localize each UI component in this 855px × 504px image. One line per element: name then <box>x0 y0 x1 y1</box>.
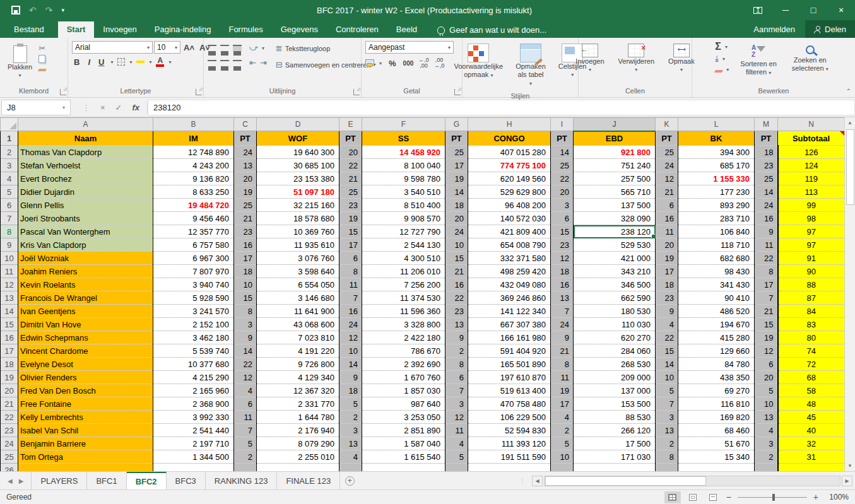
cell-L9[interactable]: 118 710 <box>678 238 755 252</box>
cell-B24[interactable]: 2 197 710 <box>153 437 234 450</box>
cell-B16[interactable]: 3 462 180 <box>153 331 234 344</box>
cell-B20[interactable]: 2 165 960 <box>153 384 234 397</box>
cell-B18[interactable]: 10 377 680 <box>153 358 234 371</box>
cell-C24[interactable]: 5 <box>234 437 257 450</box>
cell-F2[interactable]: 14 458 920 <box>362 146 445 159</box>
cell-K9[interactable]: 20 <box>656 238 678 252</box>
cell-F7[interactable]: 9 908 570 <box>362 212 445 225</box>
cell-G14[interactable]: 23 <box>445 305 468 318</box>
cell-M15[interactable]: 15 <box>755 318 778 331</box>
cell-F14[interactable]: 11 596 360 <box>362 305 445 318</box>
scroll-left-icon[interactable]: ◀ <box>532 476 543 486</box>
column-header-A[interactable]: A <box>18 118 153 131</box>
cell-N19[interactable]: 68 <box>778 371 845 384</box>
share-button[interactable]: Delen <box>805 20 855 38</box>
comma-style-button[interactable]: 000 <box>403 60 414 67</box>
cell-I6[interactable]: 3 <box>551 199 574 212</box>
cell-M21[interactable]: 10 <box>755 397 778 411</box>
cell-A6[interactable]: Glenn Pellis <box>18 199 153 212</box>
cell-C25[interactable]: 2 <box>234 450 257 464</box>
cell-G25[interactable]: 5 <box>445 450 468 464</box>
cell-N22[interactable]: 45 <box>778 411 845 424</box>
vertical-scrollbar[interactable]: ▲ ▼ <box>844 117 855 471</box>
cell-I22[interactable]: 4 <box>551 411 574 424</box>
cell-F10[interactable]: 4 300 510 <box>362 252 445 265</box>
cell-J18[interactable]: 268 530 <box>574 358 656 371</box>
cell-K26[interactable] <box>656 464 678 472</box>
row-header-10[interactable]: 10 <box>1 252 18 265</box>
cell-C4[interactable]: 20 <box>234 172 257 185</box>
cell-K22[interactable]: 3 <box>656 411 678 424</box>
cell-M23[interactable]: 4 <box>755 424 778 437</box>
cell-D10[interactable]: 3 076 760 <box>257 252 339 265</box>
cell-J26[interactable] <box>574 464 656 472</box>
cell-D7[interactable]: 18 578 680 <box>257 212 339 225</box>
cell-H25[interactable]: 191 511 590 <box>468 450 551 464</box>
scroll-right-icon[interactable]: ▶ <box>842 476 852 486</box>
row-header-18[interactable]: 18 <box>1 358 18 371</box>
table-header-pt-M[interactable]: PT <box>755 131 778 146</box>
cell-D8[interactable]: 10 369 760 <box>257 225 339 238</box>
zoom-out-button[interactable]: − <box>725 492 733 502</box>
cell-F3[interactable]: 8 100 040 <box>362 159 445 172</box>
cell-B17[interactable]: 5 539 740 <box>153 344 234 358</box>
number-format-select[interactable]: Aangepast▾ <box>365 41 454 54</box>
cell-J7[interactable]: 328 090 <box>574 212 656 225</box>
cell-D17[interactable]: 4 191 220 <box>257 344 339 358</box>
cell-N12[interactable]: 88 <box>778 278 845 291</box>
cell-N20[interactable]: 58 <box>778 384 845 397</box>
enter-formula-icon[interactable]: ✓ <box>110 102 127 114</box>
cell-H20[interactable]: 519 613 400 <box>468 384 551 397</box>
align-right-icon[interactable] <box>233 60 242 66</box>
sheet-tab-bfc3[interactable]: BFC3 <box>167 472 206 489</box>
cell-B21[interactable]: 2 368 900 <box>153 397 234 411</box>
cell-L16[interactable]: 415 280 <box>678 331 755 344</box>
table-header-pt-K[interactable]: PT <box>656 131 678 146</box>
cell-L13[interactable]: 90 410 <box>678 291 755 305</box>
font-name-select[interactable]: Arial▾ <box>72 41 153 54</box>
row-header-7[interactable]: 7 <box>1 212 18 225</box>
row-header-8[interactable]: 8 <box>1 225 18 238</box>
underline-button[interactable]: U <box>97 57 106 67</box>
cell-F11[interactable]: 11 206 010 <box>362 265 445 278</box>
column-header-K[interactable]: K <box>656 118 678 131</box>
cell-C10[interactable]: 17 <box>234 252 257 265</box>
formula-input[interactable]: 238120 <box>148 100 855 115</box>
cell-G15[interactable]: 13 <box>445 318 468 331</box>
page-break-view-button[interactable] <box>705 491 721 503</box>
cell-F16[interactable]: 2 422 180 <box>362 331 445 344</box>
cell-C11[interactable]: 18 <box>234 265 257 278</box>
cell-A5[interactable]: Didier Dujardin <box>18 185 153 199</box>
row-header-9[interactable]: 9 <box>1 238 18 252</box>
sheet-tab-bfc1[interactable]: BFC1 <box>87 472 126 489</box>
cell-M11[interactable]: 8 <box>755 265 778 278</box>
cell-H12[interactable]: 432 049 080 <box>468 278 551 291</box>
ribbon-tab-start[interactable]: Start <box>58 21 95 38</box>
cell-C13[interactable]: 15 <box>234 291 257 305</box>
cell-I2[interactable]: 14 <box>551 146 574 159</box>
cell-I9[interactable]: 23 <box>551 238 574 252</box>
cell-E4[interactable]: 21 <box>339 172 362 185</box>
table-header-ss-F[interactable]: SS <box>362 131 445 146</box>
row-header-25[interactable]: 25 <box>1 450 18 464</box>
cell-E23[interactable]: 3 <box>339 424 362 437</box>
cell-D5[interactable]: 51 097 180 <box>257 185 339 199</box>
cell-E15[interactable]: 24 <box>339 318 362 331</box>
cell-K13[interactable]: 23 <box>656 291 678 305</box>
font-dialog-launcher[interactable] <box>196 89 202 95</box>
cell-E10[interactable]: 6 <box>339 252 362 265</box>
cell-G19[interactable]: 6 <box>445 371 468 384</box>
cell-D22[interactable]: 1 644 780 <box>257 411 339 424</box>
undo-icon[interactable]: ↶ <box>29 5 37 15</box>
cell-L25[interactable]: 15 340 <box>678 450 755 464</box>
cell-I18[interactable]: 8 <box>551 358 574 371</box>
row-header-19[interactable]: 19 <box>1 371 18 384</box>
cell-G9[interactable]: 10 <box>445 238 468 252</box>
cell-M19[interactable]: 20 <box>755 371 778 384</box>
cell-J8[interactable]: 238 120 <box>574 225 656 238</box>
cell-D12[interactable]: 6 554 050 <box>257 278 339 291</box>
cell-H2[interactable]: 407 015 280 <box>468 146 551 159</box>
cell-N13[interactable]: 87 <box>778 291 845 305</box>
cell-I25[interactable]: 10 <box>551 450 574 464</box>
cell-C20[interactable]: 4 <box>234 384 257 397</box>
